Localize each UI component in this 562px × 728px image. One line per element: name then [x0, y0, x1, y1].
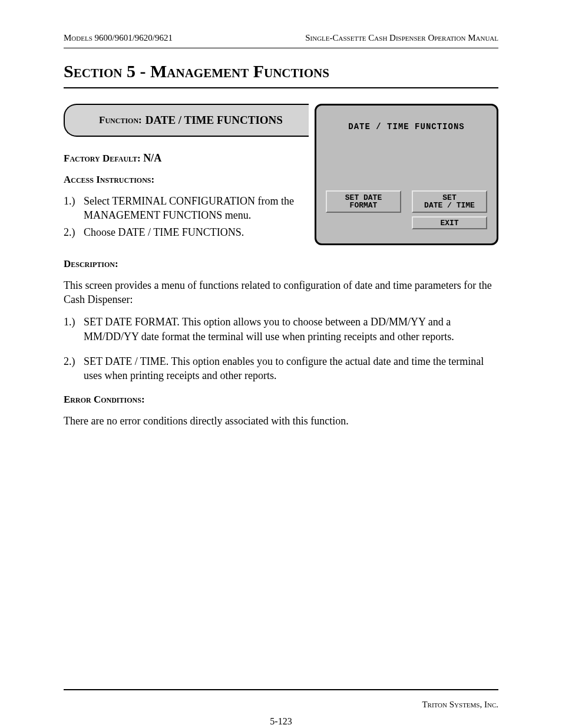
footer-rule	[64, 689, 498, 690]
list-item: 2.) SET DATE / TIME. This option enables…	[64, 354, 498, 383]
function-value: DATE / TIME FUNCTIONS	[146, 114, 283, 127]
section-title: Section 5 - Management Functions	[64, 61, 498, 81]
header-models-label: Models	[64, 33, 92, 42]
error-conditions-text: There are no error conditions directly a…	[64, 414, 498, 428]
header-manual-title: Single-Cassette Cash Dispenser Operation…	[305, 33, 498, 43]
list-item-text: Choose DATE / TIME FUNCTIONS.	[84, 225, 309, 239]
header-models-value: 9600/9601/9620/9621	[95, 33, 173, 42]
factory-default-value: N/A	[143, 152, 161, 164]
terminal-btn-label: SET DATE FORMAT	[345, 194, 382, 209]
list-item-num: 2.)	[64, 225, 84, 239]
description-list: 1.) SET DATE FORMAT. This option allows …	[64, 315, 498, 383]
list-item: 1.) SET DATE FORMAT. This option allows …	[64, 315, 498, 344]
list-item-num: 1.)	[64, 315, 84, 344]
page-footer: Triton Systems, Inc. 5-123	[64, 689, 498, 700]
terminal-btn-label: EXIT	[440, 219, 458, 227]
list-item-text: SET DATE / TIME. This option enables you…	[84, 354, 498, 383]
list-item-text: SET DATE FORMAT. This option allows you …	[84, 315, 498, 344]
terminal-btn-label: SET DATE / TIME	[424, 194, 475, 209]
terminal-btn-set-date-format[interactable]: SET DATE FORMAT	[326, 190, 401, 213]
header-models: Models 9600/9601/9620/9621	[64, 33, 173, 43]
factory-default-label: Factory Default:	[64, 153, 141, 164]
list-item: 1.) Select TERMINAL CONFIGURATION from t…	[64, 194, 309, 223]
function-bar: Function: DATE / TIME FUNCTIONS	[64, 104, 498, 139]
list-item-num: 1.)	[64, 194, 84, 223]
footer-company: Triton Systems, Inc.	[422, 700, 498, 710]
error-conditions-label: Error Conditions:	[64, 394, 498, 406]
terminal-btn-set-date-time[interactable]: SET DATE / TIME	[412, 190, 487, 213]
section-rule	[64, 87, 498, 88]
footer-page-number: 5-123	[64, 716, 498, 727]
function-label: Function:	[99, 114, 142, 126]
list-item-text: Select TERMINAL CONFIGURATION from the M…	[84, 194, 309, 223]
function-tab: Function: DATE / TIME FUNCTIONS	[64, 104, 309, 137]
terminal-btn-exit[interactable]: EXIT	[412, 216, 487, 229]
header-rule	[64, 48, 498, 48]
list-item: 2.) Choose DATE / TIME FUNCTIONS.	[64, 225, 309, 239]
list-item-num: 2.)	[64, 354, 84, 383]
description-label: Description:	[64, 258, 498, 270]
page-header: Models 9600/9601/9620/9621 Single-Casset…	[64, 33, 498, 43]
description-intro: This screen provides a menu of functions…	[64, 278, 498, 307]
